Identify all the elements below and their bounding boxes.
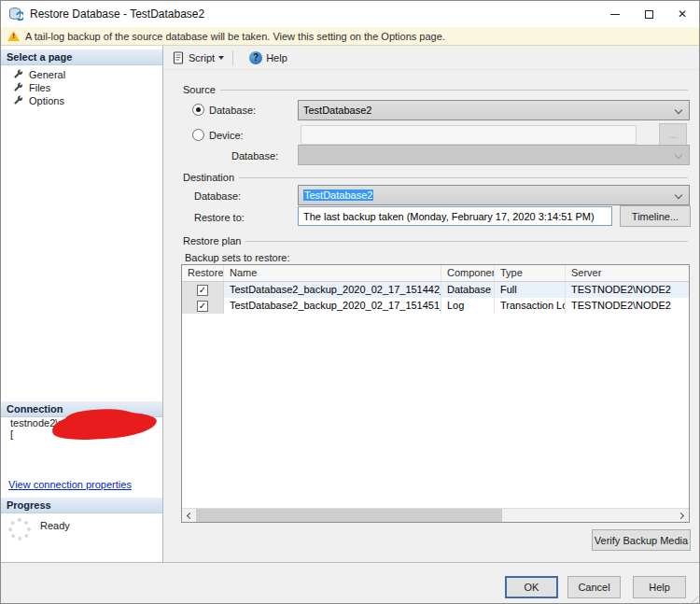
progress-header: Progress bbox=[1, 498, 162, 513]
device-browse-button[interactable]: ... bbox=[659, 123, 687, 146]
backup-sets-label: Backup sets to restore: bbox=[185, 252, 290, 263]
destination-group: Destination bbox=[183, 172, 688, 183]
sidebar-item-label: Options bbox=[29, 95, 64, 106]
ok-label: OK bbox=[525, 582, 539, 593]
type-cell: Full bbox=[495, 282, 566, 298]
table-row[interactable]: ✓ TestDatabase2_backup_2020_02_17_151451… bbox=[182, 298, 689, 314]
chevron-down-icon bbox=[218, 56, 224, 60]
backup-name-cell: TestDatabase2_backup_2020_02_17_151442_6… bbox=[224, 282, 441, 298]
destination-legend: Destination bbox=[183, 172, 234, 183]
device-input[interactable] bbox=[301, 125, 637, 145]
main-panel: Script ? Help Source Database: TestDatab… bbox=[164, 46, 700, 562]
group-divider bbox=[220, 90, 688, 91]
maximize-button[interactable] bbox=[632, 1, 665, 27]
source-device-radio-label: Device: bbox=[209, 130, 244, 141]
script-label: Script bbox=[189, 52, 215, 63]
destination-database-label: Database: bbox=[194, 190, 241, 202]
minimize-button[interactable] bbox=[598, 1, 632, 27]
restore-plan-group: Restore plan bbox=[183, 235, 688, 246]
help-label: Help bbox=[649, 582, 670, 593]
wrench-icon bbox=[13, 95, 24, 106]
chevron-down-icon bbox=[675, 106, 682, 114]
restore-to-input[interactable]: The last backup taken (Monday, February … bbox=[298, 206, 612, 226]
source-device-radio[interactable] bbox=[192, 129, 204, 141]
scroll-left-arrow[interactable] bbox=[182, 509, 196, 522]
progress-section: Ready bbox=[1, 513, 162, 550]
select-a-page-label: Select a page bbox=[7, 51, 72, 63]
sidebar-item-label: General bbox=[29, 69, 65, 80]
source-database-radio[interactable] bbox=[192, 104, 204, 116]
warning-icon bbox=[7, 31, 20, 41]
window-title: Restore Database - TestDatabase2 bbox=[30, 7, 204, 21]
column-header-name[interactable]: Name bbox=[224, 265, 441, 281]
cancel-button[interactable]: Cancel bbox=[567, 576, 621, 598]
footer: OK Cancel Help bbox=[1, 562, 699, 604]
chevron-down-icon bbox=[675, 191, 682, 199]
resize-grip[interactable] bbox=[687, 593, 698, 604]
source-legend: Source bbox=[183, 84, 216, 95]
source-database-value: TestDatabase2 bbox=[303, 105, 371, 116]
group-divider bbox=[245, 241, 688, 242]
destination-database-select[interactable]: TestDatabase2 bbox=[298, 185, 690, 205]
close-button[interactable]: ✕ bbox=[665, 1, 699, 27]
backup-sets-table: Restore Name Component Type Server ✓ Tes… bbox=[181, 264, 690, 523]
verify-backup-media-button[interactable]: Verify Backup Media bbox=[592, 529, 691, 551]
sidebar-item-general[interactable]: General bbox=[1, 67, 162, 81]
select-a-page-header: Select a page bbox=[1, 49, 162, 65]
sidebar-item-label: Files bbox=[29, 82, 50, 93]
column-header-component[interactable]: Component bbox=[441, 265, 495, 281]
help-button[interactable]: Help bbox=[633, 576, 686, 598]
restore-to-value: The last backup taken (Monday, February … bbox=[303, 211, 595, 222]
restore-plan-legend: Restore plan bbox=[183, 235, 241, 246]
restore-checkbox-cell: ✓ bbox=[182, 298, 224, 314]
restore-checkbox[interactable]: ✓ bbox=[197, 285, 208, 296]
type-cell: Transaction Log bbox=[495, 298, 566, 314]
table-header-row: Restore Name Component Type Server bbox=[182, 265, 689, 282]
column-header-type[interactable]: Type bbox=[495, 265, 566, 281]
wrench-icon bbox=[13, 69, 24, 80]
destination-database-value: TestDatabase2 bbox=[303, 190, 373, 201]
view-connection-properties-link[interactable]: View connection properties bbox=[8, 479, 132, 490]
maximize-icon bbox=[645, 10, 653, 19]
script-icon bbox=[173, 51, 185, 64]
wrench-icon bbox=[13, 82, 24, 93]
restore-checkbox[interactable]: ✓ bbox=[197, 301, 208, 312]
source-database-radio-label: Database: bbox=[209, 105, 256, 116]
component-cell: Log bbox=[441, 298, 495, 314]
help-label: Help bbox=[266, 52, 287, 63]
connection-header-label: Connection bbox=[7, 403, 63, 414]
close-icon: ✕ bbox=[678, 8, 687, 20]
toolbar-separator bbox=[232, 50, 233, 65]
restore-checkbox-cell: ✓ bbox=[182, 282, 224, 298]
group-divider bbox=[239, 177, 688, 178]
source-device-database-select[interactable] bbox=[298, 145, 690, 165]
warning-text: A tail-log backup of the source database… bbox=[25, 31, 445, 42]
help-icon: ? bbox=[249, 51, 262, 64]
help-toolbar-button[interactable]: ? Help bbox=[241, 48, 292, 68]
column-header-server[interactable]: Server bbox=[566, 265, 687, 281]
sidebar-item-files[interactable]: Files bbox=[1, 80, 162, 94]
cancel-label: Cancel bbox=[578, 582, 609, 593]
progress-header-label: Progress bbox=[7, 499, 51, 511]
script-button[interactable]: Script bbox=[168, 48, 229, 68]
server-cell: TESTNODE2\NODE2 bbox=[566, 282, 687, 298]
source-device-database-label: Database: bbox=[231, 150, 278, 162]
verify-backup-media-label: Verify Backup Media bbox=[595, 535, 688, 546]
warning-bar: A tail-log backup of the source database… bbox=[1, 27, 699, 46]
server-cell: TESTNODE2\NODE2 bbox=[566, 298, 687, 314]
source-database-select[interactable]: TestDatabase2 bbox=[298, 100, 690, 120]
sidebar-item-options[interactable]: Options bbox=[1, 93, 162, 107]
horizontal-scrollbar[interactable] bbox=[182, 508, 689, 522]
chevron-down-icon bbox=[675, 151, 682, 159]
restore-database-dialog: Restore Database - TestDatabase2 ✕ A tai… bbox=[0, 0, 700, 604]
scrollbar-thumb[interactable] bbox=[196, 509, 502, 522]
timeline-label: Timeline... bbox=[632, 211, 679, 222]
source-group: Source bbox=[183, 84, 688, 95]
progress-status: Ready bbox=[40, 520, 70, 531]
table-row[interactable]: ✓ TestDatabase2_backup_2020_02_17_151442… bbox=[182, 282, 689, 298]
ok-button[interactable]: OK bbox=[505, 576, 558, 598]
column-header-restore[interactable]: Restore bbox=[182, 265, 224, 281]
timeline-button[interactable]: Timeline... bbox=[620, 205, 691, 227]
restore-database-icon bbox=[8, 7, 23, 21]
scroll-right-arrow[interactable] bbox=[675, 509, 689, 522]
